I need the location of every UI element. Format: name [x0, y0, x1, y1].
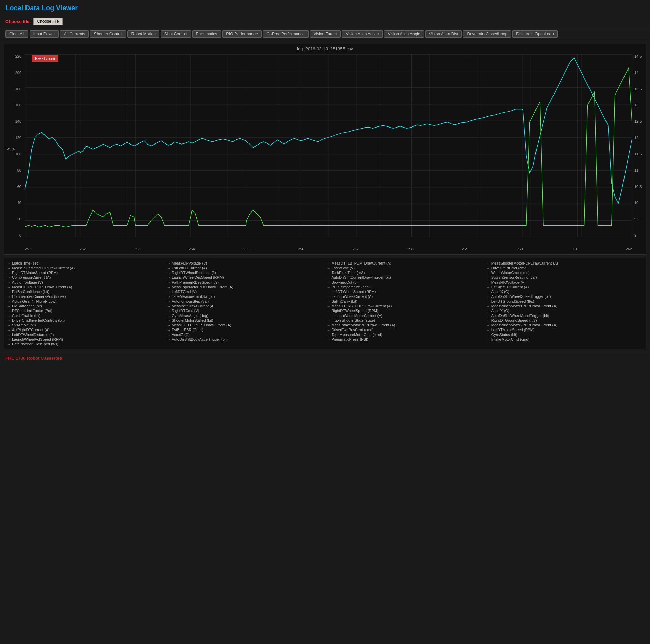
- y-left-label: 40: [17, 201, 21, 205]
- legend-label: LeftDTWheelDistance (ft): [12, 333, 54, 337]
- legend-item: →GyroStatus (bit): [487, 333, 643, 337]
- x-axis-label: 255: [243, 247, 249, 251]
- page-header: Local Data Log Viewer Choose file: Choos…: [0, 0, 650, 40]
- toolbar-btn-robot-motion[interactable]: Robot Motion: [127, 30, 159, 38]
- footer: FRC 1736 Robot Casserole: [0, 353, 650, 363]
- legend-arrow: →: [327, 328, 330, 332]
- legend-item: →PneumaticPress (PSI): [327, 337, 483, 341]
- legend-arrow: →: [167, 304, 170, 308]
- toolbar-btn-vision-target[interactable]: Vision Target: [310, 30, 341, 38]
- legend-label: AutoDnShftWheelAccelTrigger (bit): [491, 313, 549, 318]
- toolbar-btn-drivetrain-closedloop[interactable]: Drivetrain ClosedLoop: [463, 30, 511, 38]
- legend-label: MatchTime (sec): [12, 261, 40, 265]
- y-left-label: 120: [15, 136, 21, 140]
- legend-item: →IntakeShooterState (state): [327, 318, 483, 322]
- legend-arrow: →: [167, 300, 170, 303]
- legend-item: →EstLeftDTCurrent (A): [167, 266, 323, 270]
- toolbar-btn-rio-performance[interactable]: RIO Performance: [222, 30, 261, 38]
- toolbar-btn-vision-align-dist[interactable]: Vision Align Dist: [425, 30, 462, 38]
- legend-label: LaunchWheelCurrent (A): [332, 294, 373, 299]
- legend-label: MeasWinchMotor1PDPDrawCurrent (A): [491, 304, 557, 308]
- legend-arrow: →: [167, 271, 170, 275]
- legend-arrow: →: [327, 285, 330, 289]
- legend-arrow: →: [7, 314, 11, 318]
- legend-item: →PathPlannerRDesSped (ft/s): [167, 280, 323, 284]
- y-right-label: 11.5: [634, 152, 642, 156]
- legend-arrow: →: [327, 319, 330, 322]
- legend-item: →MeasDT_RF_PDP_DrawCurrent (A): [7, 285, 163, 289]
- y-axis-right: 14.51413.51312.51211.51110.5109.59: [633, 54, 646, 237]
- legend-label: AutonomousStep (val): [172, 299, 209, 303]
- toolbar-btn-input-power[interactable]: Input Power: [30, 30, 59, 38]
- toolbar-btn-coproc-performance[interactable]: CoProc Performance: [263, 30, 309, 38]
- legend-item: →GyroMeasAngle (deg): [167, 313, 323, 318]
- legend-item: →MeasShooterMotorPDPDrawCurrent (A): [487, 261, 643, 265]
- toolbar-btn-shooter-control[interactable]: Shooter Control: [90, 30, 126, 38]
- legend-item: →CompressorCurrent (A): [7, 275, 163, 279]
- legend-arrow: →: [327, 281, 330, 284]
- legend-label: AccelY (G): [491, 309, 509, 313]
- toolbar-btn-clear-all[interactable]: Clear All: [5, 30, 28, 38]
- legend-arrow: →: [7, 342, 11, 346]
- legend-label: AutoDnShftBodyAccelTrigger (bit): [172, 337, 228, 341]
- legend-arrow: →: [487, 319, 490, 322]
- legend-arrow: →: [327, 338, 330, 341]
- legend-arrow: →: [167, 333, 170, 337]
- legend-item: →AutonomousStep (val): [167, 299, 323, 303]
- legend-label: LaunchWheelActSpeed (RPM): [12, 337, 63, 341]
- legend-arrow: →: [167, 319, 170, 322]
- toolbar-btn-pneumatics[interactable]: Pneumatics: [192, 30, 221, 38]
- choose-file-button[interactable]: Choose File: [33, 18, 63, 25]
- legend-item: →LaunchWheelDesSpeed (RPM): [167, 275, 323, 279]
- toolbar-btn-vision-align-angle[interactable]: Vision Align Angle: [384, 30, 424, 38]
- chart-container: log_2016-03-19_151355.csv Reset zoom < >…: [4, 44, 646, 255]
- legend-label: LeftDTMotorSpeed (RPM): [491, 328, 535, 332]
- legend-arrow: →: [7, 281, 11, 284]
- legend-arrow: →: [167, 295, 170, 299]
- legend-item: →RightDTMotorSpeed (RPM): [7, 271, 163, 275]
- legend-item: →AutoDnShftWheelAccelTrigger (bit): [487, 313, 643, 318]
- legend-arrow: →: [7, 304, 11, 308]
- toolbar-btn-shot-control[interactable]: Shot Control: [161, 30, 191, 38]
- legend-item: →MeasDT_RB_PDP_DrawCurrent (A): [327, 304, 483, 308]
- legend-label: TapeMeasureLimitSw (bit): [172, 294, 215, 299]
- page-title: Local Data Log Viewer: [5, 4, 645, 12]
- legend-item: →DriverLftRtCmd (cmd): [487, 266, 643, 270]
- chart-svg-area: [25, 54, 632, 237]
- legend-label: TaskExecTime (mS): [332, 271, 365, 275]
- legend-arrow: →: [7, 319, 11, 322]
- reset-zoom-button[interactable]: Reset zoom: [32, 55, 58, 62]
- toolbar-btn-vision-align-action[interactable]: Vision Align Action: [342, 30, 383, 38]
- legend-label: AutoDnShftWheelSpeedTrigger (bit): [491, 294, 551, 299]
- legend-arrow: →: [7, 328, 11, 332]
- x-axis-label: 256: [298, 247, 304, 251]
- legend-arrow: →: [167, 323, 170, 327]
- y-left-label: 200: [15, 71, 21, 75]
- legend-label: MeasDT_LF_PDP_DrawCurrent (A): [172, 323, 231, 327]
- legend-arrow: →: [7, 261, 11, 265]
- legend-label: AudioInVoltage (V): [12, 280, 43, 284]
- legend-arrow: →: [487, 290, 490, 294]
- legend-arrow: →: [7, 295, 11, 299]
- legend-item: →MeasBattDrawCurrent (A): [167, 304, 323, 308]
- y-left-label: 220: [15, 54, 21, 58]
- legend-arrow: →: [327, 304, 330, 308]
- legend-label: WinchMotorCmd (cmd): [491, 271, 530, 275]
- legend-item: →MeasDT_LB_PDP_DrawCurrent (A): [327, 261, 483, 265]
- legend-arrow: →: [487, 323, 490, 327]
- toolbar: Clear AllInput PowerAll CurrentsShooter …: [0, 28, 650, 40]
- y-left-label: 140: [15, 119, 21, 123]
- legend-arrow: →: [327, 309, 330, 313]
- legend-arrow: →: [167, 290, 170, 294]
- legend-item: →ActualGear (T-High/F-Low): [7, 299, 163, 303]
- x-axis-label: 258: [407, 247, 413, 251]
- legend-arrow: →: [327, 271, 330, 275]
- legend-label: LaunchWheelMotorCurrent (A): [332, 313, 383, 318]
- toolbar-btn-all-currents[interactable]: All Currents: [60, 30, 89, 38]
- legend-label: EstRightDTCurrent (A): [491, 285, 529, 289]
- legend-arrow: →: [327, 333, 330, 337]
- legend-arrow: →: [487, 266, 490, 270]
- legend-item: →IntakeMotorCmd (cmd): [487, 337, 643, 341]
- toolbar-btn-drivetrain-openloop[interactable]: Drivetrain OpenLoop: [512, 30, 558, 38]
- legend-item: →DriverFwdRevCmd (cmd): [327, 328, 483, 332]
